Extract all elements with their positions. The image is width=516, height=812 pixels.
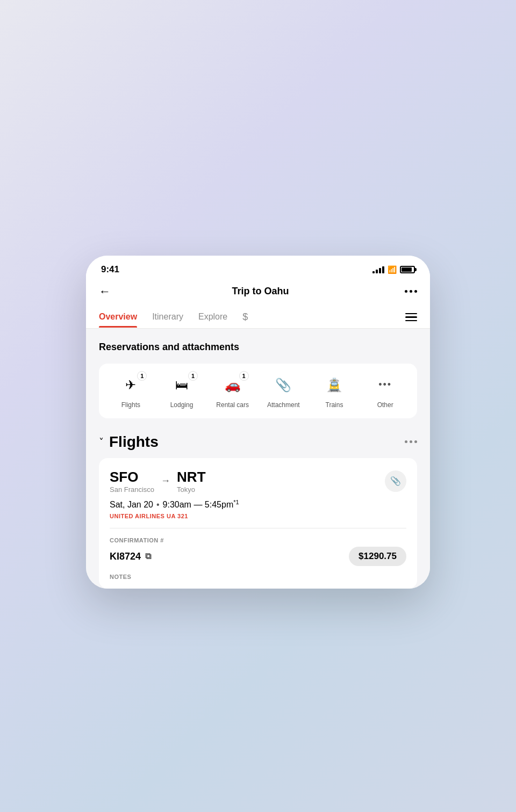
origin-code: SFO xyxy=(110,469,154,485)
flights-badge: 1 xyxy=(137,371,147,381)
attachment-icon-sm: 📎 xyxy=(390,476,401,486)
train-icon: 🚊 xyxy=(322,373,346,397)
rental-cars-label: Rental cars xyxy=(216,401,249,409)
status-icons: 📶 xyxy=(372,265,415,274)
flight-destination: NRT Tokyo xyxy=(177,469,205,494)
paperclip-icon: 📎 xyxy=(271,373,295,397)
flights-more-button[interactable] xyxy=(405,440,417,443)
lodging-icon-wrap: 🛏 1 xyxy=(170,373,194,397)
reservation-lodging[interactable]: 🛏 1 Lodging xyxy=(156,373,207,409)
chevron-down-icon[interactable]: ˅ xyxy=(99,436,104,448)
airline-label: UNITED AIRLINES UA 321 xyxy=(110,513,406,519)
main-content: Reservations and attachments ✈ 1 Flights… xyxy=(86,329,430,589)
tab-bar: Overview Itinerary Explore $ xyxy=(86,306,430,329)
battery-icon xyxy=(400,266,415,273)
tab-itinerary[interactable]: Itinerary xyxy=(152,307,183,327)
dest-code: NRT xyxy=(177,469,205,485)
confirmation-number: KI8724 ⧉ xyxy=(110,551,151,562)
flight-route: SFO San Francisco → NRT Tokyo 📎 xyxy=(110,469,406,494)
more-options-button[interactable] xyxy=(405,290,417,293)
tab-overview[interactable]: Overview xyxy=(99,307,137,327)
time-dash: — xyxy=(194,500,204,509)
reservations-section-title: Reservations and attachments xyxy=(99,342,417,353)
flight-origin: SFO San Francisco xyxy=(110,469,154,494)
rental-car-icon-wrap: 🚗 1 xyxy=(221,373,245,397)
flights-title-row: ˅ Flights xyxy=(99,433,159,451)
dest-city: Tokyo xyxy=(177,485,205,494)
lodging-badge: 1 xyxy=(188,371,198,381)
flights-icon-wrap: ✈ 1 xyxy=(119,373,142,397)
notes-label: NOTES xyxy=(110,574,406,580)
reservation-attachment[interactable]: 📎 Attachment xyxy=(258,373,309,409)
tab-explore[interactable]: Explore xyxy=(198,307,227,327)
hamburger-icon xyxy=(405,313,417,322)
date-separator: • xyxy=(156,500,160,510)
flight-card: SFO San Francisco → NRT Tokyo 📎 xyxy=(99,458,417,589)
reservation-rental-cars[interactable]: 🚗 1 Rental cars xyxy=(207,373,258,409)
lodging-label: Lodging xyxy=(170,401,194,409)
other-icon: ••• xyxy=(374,373,397,397)
flights-label: Flights xyxy=(121,401,140,409)
origin-city: San Francisco xyxy=(110,485,154,494)
back-button[interactable]: ← xyxy=(99,285,116,299)
flights-section-header: ˅ Flights xyxy=(99,433,417,451)
route-arrow-icon: → xyxy=(161,475,170,487)
flights-section: ˅ Flights SFO San Francisco → xyxy=(99,433,417,589)
attachment-label: Attachment xyxy=(267,401,300,409)
arrive-time: 5:45pm xyxy=(205,500,233,509)
arrival-sup: *1 xyxy=(233,499,239,505)
phone-frame: 9:41 📶 ← Trip to Oahu Overview Itinerary xyxy=(86,256,430,589)
flight-date: Sat, Jan 20 xyxy=(110,500,153,510)
flight-card-bottom: CONFIRMATION # KI8724 ⧉ $1290.75 NOTES xyxy=(99,528,417,589)
flight-card-top: SFO San Francisco → NRT Tokyo 📎 xyxy=(99,458,417,528)
attachment-icon-wrap: 📎 xyxy=(271,373,295,397)
status-bar: 9:41 📶 xyxy=(86,256,430,279)
status-time: 9:41 xyxy=(101,264,119,275)
flight-times: 9:30am — 5:45pm*1 xyxy=(163,499,239,510)
header: ← Trip to Oahu xyxy=(86,279,430,306)
tab-dollar[interactable]: $ xyxy=(242,306,248,328)
price-badge: $1290.75 xyxy=(349,547,406,566)
reservation-other[interactable]: ••• Other xyxy=(360,373,411,409)
copy-button[interactable]: ⧉ xyxy=(145,552,151,561)
confirmation-value: KI8724 xyxy=(110,551,141,562)
other-icon-wrap: ••• xyxy=(374,373,397,397)
flight-attach-button[interactable]: 📎 xyxy=(385,470,406,492)
rental-car-badge: 1 xyxy=(239,371,249,381)
confirmation-label: CONFIRMATION # xyxy=(110,537,406,543)
wifi-icon: 📶 xyxy=(388,265,397,274)
flights-section-title: Flights xyxy=(109,433,159,451)
reservation-flights[interactable]: ✈ 1 Flights xyxy=(105,373,156,409)
other-label: Other xyxy=(377,401,393,409)
flight-date-row: Sat, Jan 20 • 9:30am — 5:45pm*1 xyxy=(110,499,406,510)
trains-icon-wrap: 🚊 xyxy=(322,373,346,397)
reservations-icons-row: ✈ 1 Flights 🛏 1 Lodging 🚗 1 Rental xyxy=(99,364,417,418)
tab-menu-button[interactable] xyxy=(405,313,417,322)
trains-label: Trains xyxy=(326,401,343,409)
confirmation-row: KI8724 ⧉ $1290.75 xyxy=(110,547,406,566)
reservation-trains[interactable]: 🚊 Trains xyxy=(309,373,360,409)
signal-icon xyxy=(372,266,384,273)
page-title: Trip to Oahu xyxy=(232,286,289,297)
depart-time: 9:30am xyxy=(163,500,191,509)
